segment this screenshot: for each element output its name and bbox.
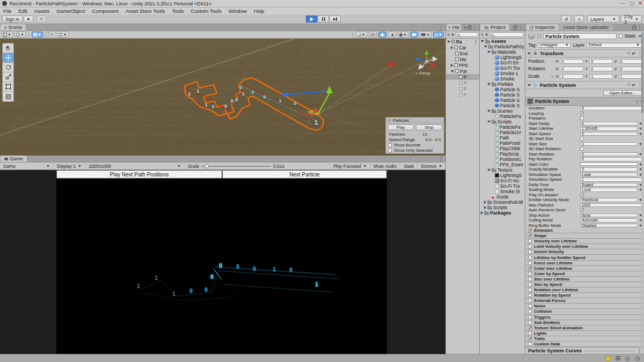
project-item-guide[interactable]: Guide (480, 194, 525, 200)
project-item-particlepa[interactable]: ParticlePa (480, 114, 525, 119)
perspective-label[interactable]: < Persp (415, 71, 430, 76)
minimize-button[interactable]: — (620, 1, 625, 6)
foldout-icon[interactable] (447, 41, 450, 43)
project-item-prefabs[interactable]: Prefabs (480, 82, 525, 87)
size-by-speed-checkbox[interactable] (528, 283, 532, 286)
sub-emitters-checkbox[interactable] (528, 321, 532, 324)
transform-tool[interactable] (3, 92, 13, 101)
gameobject-name-field[interactable]: Particle System (543, 33, 617, 39)
project-item-playscrip[interactable]: PlayScrip (480, 151, 525, 157)
menu-asset-store-tools[interactable]: Asset Store Tools (126, 8, 165, 14)
project-item-particle-s[interactable]: Particle S (480, 92, 525, 98)
foldout-icon[interactable] (481, 211, 483, 215)
texture-sheet-animation-checkbox[interactable] (528, 326, 532, 330)
force-over-lifetime-checkbox[interactable] (528, 261, 532, 265)
particle-system-module-header[interactable]: Particle System !+ (525, 97, 644, 106)
foldout-icon[interactable] (487, 121, 491, 123)
foldout-icon[interactable] (528, 84, 531, 86)
pause-button[interactable] (318, 16, 329, 23)
project-item-assets[interactable]: Assets (480, 39, 525, 44)
auto-random-seed-checkbox[interactable] (580, 208, 584, 212)
tab-scroll-arrow[interactable]: ▸ (464, 25, 466, 29)
maximize-button[interactable]: ▢ (630, 1, 634, 6)
foldout-icon[interactable] (487, 169, 491, 171)
project-item-texture[interactable]: Texture (480, 167, 525, 173)
lighting-toggle[interactable] (378, 32, 386, 38)
menu-help[interactable]: Help (254, 8, 265, 14)
module-lifetime-by-emitter-speed[interactable]: Lifetime by Emitter Speed (525, 255, 644, 260)
draw-mode-dropdown[interactable]: ▼ (356, 32, 367, 38)
rotate-tool[interactable] (3, 63, 13, 72)
close-button[interactable]: ✕ (638, 1, 642, 6)
project-item-particlepa[interactable]: ParticlePa (480, 124, 525, 130)
undo-history-button[interactable]: ↺ (561, 16, 571, 23)
inspector-menu-kebab[interactable]: ⋮ (637, 25, 642, 30)
foldout-icon[interactable] (487, 110, 491, 112)
particles-stop-button[interactable]: Stop (416, 124, 442, 130)
project-search-input[interactable] (489, 32, 524, 37)
project-item-sci-fi-tra[interactable]: Sci-Fi Tra (480, 183, 525, 189)
scale-link-icon[interactable] (551, 73, 554, 79)
rect-tool[interactable] (3, 82, 13, 92)
3d-start-rotation-checkbox[interactable] (580, 147, 584, 151)
project-item-lightnings[interactable]: LightningS (480, 173, 525, 178)
color-over-lifetime-checkbox[interactable] (528, 267, 532, 270)
project-item-smoke[interactable]: Smoke (480, 76, 525, 82)
game-menu-kebab[interactable]: ⋮ (438, 156, 443, 161)
hierarchy-item-ma[interactable]: Ma (446, 56, 479, 62)
move-tool[interactable] (3, 53, 13, 63)
delta-time-field[interactable]: Scaled (580, 183, 638, 187)
step-button[interactable] (330, 16, 341, 23)
scene-options-kebab[interactable]: ⋮ (473, 39, 479, 45)
looping-checkbox[interactable] (580, 112, 584, 115)
search-button[interactable] (574, 16, 584, 23)
play-button[interactable] (306, 16, 317, 23)
project-item-sci-fi-en[interactable]: Sci-Fi En (480, 60, 525, 65)
stats-toggle[interactable]: Stats (400, 162, 418, 170)
foldout-icon[interactable] (487, 83, 491, 85)
menu-file[interactable]: File (3, 8, 11, 14)
3d-start-size-checkbox[interactable] (580, 137, 584, 141)
hierarchy-item-pa[interactable]: Pa⋮ (446, 39, 479, 45)
menu-tools[interactable]: Tools (172, 8, 184, 14)
project-item-sci-fi-nu[interactable]: Sci-Fi Nu (480, 178, 525, 183)
tab-hierarchy[interactable]: ≡ Hie (447, 24, 461, 31)
color-by-speed-checkbox[interactable] (528, 272, 532, 276)
hierarchy-item-p[interactable]: P (446, 92, 479, 98)
start-delay-field[interactable]: 0 (580, 122, 638, 126)
layers-dropdown[interactable]: Layers▼ (587, 16, 619, 23)
scaling-mode-field[interactable]: Local (580, 188, 638, 192)
lights-checkbox[interactable] (528, 331, 532, 335)
scale-slider-knob[interactable] (204, 164, 209, 168)
focus-status-icon[interactable] (625, 356, 630, 361)
hierarchy-item-p[interactable]: P (446, 80, 479, 86)
duration-field[interactable]: 5 (580, 106, 642, 110)
prewarm-checkbox[interactable] (580, 116, 584, 120)
project-item-particle-s[interactable]: Particle S (480, 103, 525, 108)
tag-dropdown[interactable]: Untagged▼ (538, 43, 571, 48)
scale-slider[interactable] (201, 166, 271, 167)
foldout-icon[interactable] (484, 206, 486, 209)
simulation-speed-field[interactable]: 1 (580, 178, 642, 182)
inspector-scrollbar[interactable] (641, 32, 643, 353)
project-item-pps-exam[interactable]: PPS_Exam (480, 162, 525, 167)
velocity-over-lifetime-checkbox[interactable] (528, 239, 532, 243)
module-force-over-lifetime[interactable]: Force over Lifetime (525, 261, 644, 266)
gameobject-active-checkbox[interactable] (537, 34, 541, 38)
project-item-particleuv[interactable]: ParticleUV (480, 130, 525, 135)
project-item-particle-s[interactable]: Particle S (480, 98, 525, 103)
module-emission[interactable]: Emission (525, 228, 644, 233)
tab-game[interactable]: Game (1, 156, 27, 162)
scene-menu-kebab[interactable]: ⋮ (438, 25, 443, 30)
project-item-sci-fi-tra[interactable]: Sci-Fi Tra (480, 65, 525, 71)
open-editor-button[interactable]: Open Editor... (603, 90, 642, 96)
foldout-icon[interactable] (484, 201, 486, 204)
position-z-field[interactable]: 0 (619, 59, 642, 64)
module-size-over-lifetime[interactable]: Size over Lifetime (525, 277, 644, 282)
project-item-path[interactable]: Path (480, 135, 525, 141)
sign-in-button[interactable]: Sign in (2, 16, 23, 23)
shape-checkbox[interactable] (528, 234, 532, 238)
menu-edit[interactable]: Edit (18, 8, 27, 14)
lock-icon[interactable] (632, 27, 636, 29)
tab-project[interactable]: Project (480, 24, 509, 31)
